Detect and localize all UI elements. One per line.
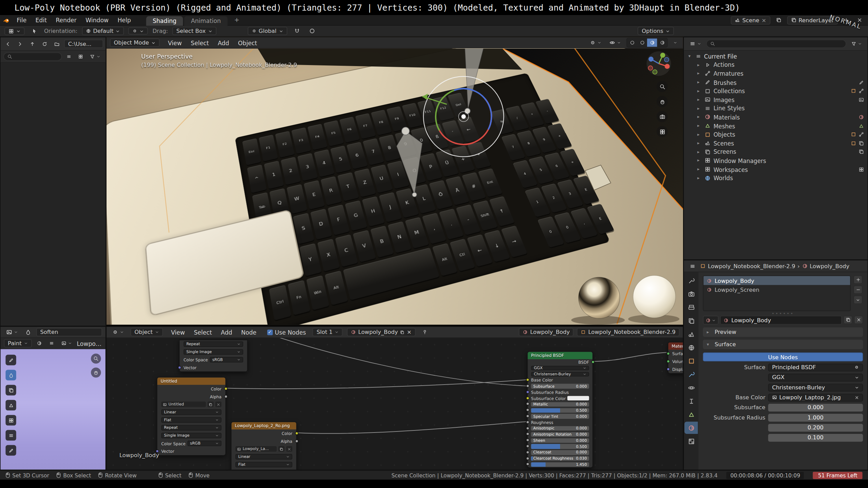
node-header[interactable]: Untitled [157, 378, 225, 385]
slot-specials-button[interactable] [854, 296, 863, 304]
input-socket-subsurface-color[interactable] [526, 396, 529, 400]
node-image-unlink-button[interactable] [215, 402, 222, 407]
properties-tab-material[interactable] [684, 422, 698, 434]
node-canvas[interactable]: RepeatSingle ImageColor SpacesRGBVector … [107, 338, 683, 470]
shading-options-dropdown[interactable] [671, 40, 679, 45]
surface-panel-header[interactable]: ▾ Surface [703, 340, 863, 349]
mask-icon[interactable] [35, 340, 44, 346]
tool-annotate-button[interactable] [5, 445, 16, 456]
path-object-chip[interactable]: Lowpoly_Notebook_Blender-2.9 [577, 328, 680, 336]
scene-selector[interactable]: Scene × [731, 16, 770, 24]
outliner-item-window-managers[interactable]: ▸Window Managers [684, 156, 868, 165]
node-dropdown[interactable]: Repeat [161, 425, 222, 430]
node-slider-specular[interactable]: Specular0.500 [531, 408, 589, 413]
node-image-texture-roughness[interactable]: Lowpoly_Laptop_2_Ro.pngColorAlphaLowpoly… [231, 422, 297, 470]
pivot-dropdown[interactable] [128, 27, 148, 35]
proportional-editing-icon[interactable] [307, 27, 317, 35]
node-dropdown[interactable]: GGX [531, 366, 589, 371]
outliner-search-input[interactable] [706, 40, 846, 48]
node-image-new-button[interactable] [278, 446, 285, 452]
viewport-menu-add[interactable]: Add [214, 39, 233, 47]
tool-mask-button[interactable] [5, 415, 16, 426]
outliner-item-images[interactable]: ▸Images [684, 95, 868, 104]
node-material-output[interactable]: Material OutputSurfaceVolumeDisplacement [668, 342, 683, 374]
properties-tab-constraints[interactable] [684, 395, 698, 407]
input-socket-specular-tint[interactable] [526, 414, 529, 418]
node-slider-subsurface[interactable]: Subsurface0.000 [531, 384, 589, 389]
properties-tab-world[interactable] [684, 341, 698, 354]
expand-icon[interactable]: ▸ [697, 88, 702, 93]
expand-icon[interactable]: ▸ [697, 71, 702, 76]
tab-animation[interactable]: Animation [184, 16, 227, 25]
pin-icon[interactable] [420, 329, 430, 335]
scene-unlink-icon[interactable]: × [761, 17, 766, 23]
property-value-dropdown[interactable]: Principled BSDF [768, 363, 863, 371]
expand-icon[interactable]: ▸ [697, 97, 702, 102]
output-socket-alpha[interactable] [295, 439, 298, 442]
viewport-menu-view[interactable]: View [164, 39, 186, 47]
material-name-field[interactable]: Lowpoly_Body [720, 316, 842, 325]
tool-fill-button[interactable] [5, 400, 16, 411]
use-nodes-checkbox[interactable]: ✓ Use Nodes [265, 328, 308, 336]
node-dropdown[interactable]: Single Image [161, 433, 222, 438]
refresh-button[interactable] [40, 40, 50, 47]
properties-editor-icon[interactable] [687, 262, 698, 270]
material-slot-lowpoly-screen[interactable]: Lowpoly_Screen [704, 285, 850, 294]
node-slider-clearcoat[interactable]: Clearcoat0.000 [531, 450, 589, 455]
preview-panel-header[interactable]: ▸ Preview [703, 327, 863, 337]
properties-tab-tool[interactable] [684, 274, 698, 287]
node-slider-anisotropic-rotation[interactable]: Anisotropic Rotation0.000 [531, 432, 589, 437]
outliner-item-collections[interactable]: ▸Collections [684, 87, 868, 95]
snap-magnet-icon[interactable] [292, 27, 302, 35]
tool-menu-button[interactable] [4, 27, 25, 35]
menu-help[interactable]: Help [114, 16, 135, 24]
properties-tab-view-layer[interactable] [684, 314, 698, 327]
zoom-button[interactable] [657, 81, 668, 92]
node-dropdown[interactable]: Repeat [184, 341, 243, 347]
output-socket-color[interactable] [224, 387, 227, 390]
gizmos-dropdown[interactable] [587, 39, 604, 46]
expand-icon[interactable]: ▸ [697, 167, 702, 172]
viewport-menu-select[interactable]: Select [187, 39, 213, 47]
tool-draw-button[interactable] [5, 355, 16, 365]
back-button[interactable] [3, 40, 13, 47]
menu-edit[interactable]: Edit [32, 16, 51, 24]
active-tool-icon[interactable] [29, 27, 40, 35]
outliner-filter-icon[interactable] [849, 41, 864, 47]
orientation-dropdown[interactable]: Default [82, 27, 124, 35]
property-value-dropdown[interactable]: Christensen-Burley [768, 384, 863, 391]
node-dropdown[interactable]: Single Image [184, 349, 243, 354]
add-slot-button[interactable] [854, 275, 863, 284]
browse-material-button[interactable] [703, 316, 719, 325]
node-image-field[interactable]: Lowpoly_La... [235, 446, 277, 452]
outliner-item-armatures[interactable]: ▸Armatures [684, 69, 868, 78]
node-dropdown[interactable]: Linear [161, 409, 222, 415]
file-list[interactable] [1, 64, 106, 326]
path-material-chip[interactable]: Lowpoly_Body [519, 328, 574, 336]
shading-wireframe-button[interactable] [627, 38, 637, 47]
outliner-display-mode-dropdown[interactable] [687, 40, 703, 47]
node-dropdown[interactable]: Flat [235, 462, 292, 467]
pan-button[interactable] [657, 96, 668, 107]
outliner-item-scenes[interactable]: ▸Scenes [684, 139, 868, 147]
expand-icon[interactable]: ▸ [697, 158, 702, 163]
expand-icon[interactable]: ▸ [697, 132, 702, 137]
shader-menu-view[interactable]: View [167, 328, 189, 336]
shading-solid-button[interactable] [637, 38, 647, 47]
properties-tab-modifiers[interactable] [684, 368, 698, 380]
node-image-texture-partial[interactable]: RepeatSingle ImageColor SpacesRGBVector [179, 340, 248, 372]
input-socket-clearcoat-roughness[interactable] [526, 456, 529, 460]
laptop-model[interactable]: EscF1F2F3F4F5F6F7F8F9F10F11F12Del^123456… [242, 77, 612, 325]
expand-icon[interactable]: ▸ [697, 175, 702, 180]
overlays-dropdown[interactable] [607, 39, 623, 46]
breadcrumb-material[interactable]: Lowpoly_Body [810, 263, 850, 269]
snap-target-dropdown[interactable]: Global [248, 27, 287, 35]
outliner-item-brushes[interactable]: ▸Brushes [684, 78, 868, 87]
editor-type-node-icon[interactable] [110, 328, 126, 336]
expand-icon[interactable]: ▸ [697, 141, 702, 146]
display-mode-grid-icon[interactable] [76, 53, 85, 60]
browse-image-icon[interactable] [59, 340, 74, 346]
expand-icon[interactable]: ▸ [697, 62, 702, 67]
node-dropdown[interactable]: Linear [235, 454, 292, 460]
image-mode-dropdown[interactable]: Paint [4, 339, 32, 347]
